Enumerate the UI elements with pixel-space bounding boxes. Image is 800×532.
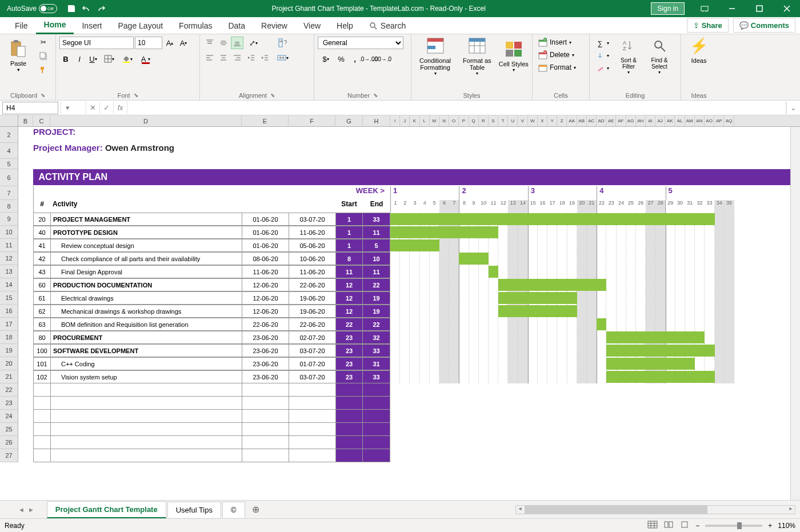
empty-cell[interactable] (50, 436, 242, 449)
percent-format-icon[interactable]: % (335, 53, 347, 65)
col-header[interactable]: AL (675, 115, 685, 126)
empty-cell[interactable] (242, 397, 289, 410)
task-date1[interactable]: 12-06-20 (242, 291, 289, 305)
task-date2[interactable]: 02-07-20 (289, 331, 335, 344)
task-date1[interactable]: 01-06-20 (242, 226, 289, 239)
col-header[interactable]: AI (646, 115, 655, 126)
tab-formulas[interactable]: Formulas (171, 18, 220, 34)
empty-cell[interactable] (242, 436, 289, 449)
empty-cell[interactable] (50, 397, 242, 410)
view-normal-icon[interactable] (647, 521, 658, 530)
cancel-formula-icon[interactable]: ✕ (86, 102, 99, 114)
select-all-corner[interactable] (0, 115, 18, 126)
task-end[interactable]: 33 (363, 370, 390, 383)
col-header[interactable]: R (479, 115, 489, 126)
col-header[interactable]: D (50, 115, 242, 126)
task-start[interactable]: 1 (335, 213, 363, 226)
task-date1[interactable]: 23-06-20 (242, 370, 289, 383)
col-header[interactable]: AC (587, 115, 597, 126)
task-activity[interactable]: PROCUREMENT (50, 331, 242, 344)
task-date2[interactable]: 03-07-20 (289, 213, 335, 226)
redo-icon[interactable] (96, 3, 106, 14)
task-end[interactable]: 11 (363, 265, 390, 278)
task-number[interactable]: 100 (33, 344, 50, 357)
task-number[interactable]: 62 (33, 305, 50, 318)
orientation-icon[interactable]: ⤢▾ (245, 37, 262, 49)
task-date1[interactable]: 01-06-20 (242, 213, 289, 226)
task-activity[interactable]: Check compliance of all parts and their … (50, 252, 242, 265)
borders-button[interactable]: ▾ (101, 53, 118, 65)
empty-cell[interactable] (50, 423, 242, 436)
row-header[interactable]: 22 (0, 383, 18, 397)
task-date1[interactable]: 12-06-20 (242, 305, 289, 318)
row-header[interactable]: 20 (0, 357, 18, 370)
empty-cell[interactable] (33, 436, 50, 449)
cut-button[interactable]: ✂ (37, 37, 50, 48)
autosave-toggle[interactable]: AutoSave Off (7, 4, 57, 13)
delete-cells-button[interactable]: ×Delete▾ (536, 49, 578, 61)
task-start[interactable]: 23 (335, 370, 363, 383)
task-date1[interactable]: 22-06-20 (242, 318, 289, 331)
task-date2[interactable]: 11-06-20 (289, 265, 335, 278)
vertical-scrollbar[interactable] (790, 127, 800, 500)
empty-cell[interactable] (363, 449, 390, 462)
task-end[interactable]: 33 (363, 344, 390, 357)
col-header[interactable]: AO (705, 115, 714, 126)
find-select-button[interactable]: Find & Select▾ (646, 37, 673, 75)
row-header[interactable]: 2 (0, 127, 18, 143)
empty-cell[interactable] (33, 423, 50, 436)
empty-cell[interactable] (289, 410, 335, 423)
task-activity[interactable]: Review conceptual design (50, 239, 242, 252)
col-header[interactable]: X (538, 115, 547, 126)
task-date2[interactable]: 10-06-20 (289, 252, 335, 265)
task-date1[interactable]: 01-06-20 (242, 239, 289, 252)
undo-icon[interactable] (81, 3, 91, 14)
task-number[interactable]: 40 (33, 226, 50, 239)
name-box-dropdown-icon[interactable]: ▾ (61, 102, 74, 114)
col-header[interactable]: AG (626, 115, 636, 126)
task-number[interactable]: 80 (33, 331, 50, 344)
col-header[interactable]: AH (636, 115, 646, 126)
task-activity[interactable]: PRODUCTION DOCUMENTATION (50, 278, 242, 291)
empty-cell[interactable] (363, 436, 390, 449)
task-date1[interactable]: 08-06-20 (242, 252, 289, 265)
row-header[interactable]: 18 (0, 331, 18, 344)
empty-cell[interactable] (335, 397, 363, 410)
font-size-select[interactable] (135, 37, 162, 49)
zoom-out-icon[interactable]: − (695, 522, 699, 530)
col-header[interactable]: AK (665, 115, 675, 126)
row-header[interactable]: 6 (0, 169, 18, 186)
name-box[interactable] (2, 102, 58, 114)
col-header[interactable]: AJ (655, 115, 665, 126)
sheet-nav-prev-icon[interactable]: ◄ (17, 505, 26, 514)
maximize-icon[interactable] (746, 0, 773, 17)
align-top-icon[interactable] (203, 37, 216, 49)
tab-page-layout[interactable]: Page Layout (110, 18, 171, 34)
col-header[interactable]: AN (695, 115, 705, 126)
align-left-icon[interactable] (203, 51, 216, 64)
empty-cell[interactable] (33, 410, 50, 423)
row-header[interactable]: 10 (0, 226, 18, 239)
task-date2[interactable]: 22-06-20 (289, 318, 335, 331)
task-end[interactable]: 19 (363, 291, 390, 305)
fill-color-button[interactable]: ▾ (119, 53, 136, 65)
task-number[interactable]: 61 (33, 291, 50, 305)
task-number[interactable]: 42 (33, 252, 50, 265)
row-header[interactable]: 17 (0, 318, 18, 331)
col-header[interactable]: AD (597, 115, 606, 126)
empty-cell[interactable] (363, 397, 390, 410)
empty-cell[interactable] (33, 449, 50, 462)
conditional-formatting-button[interactable]: Conditional Formatting▾ (415, 37, 455, 76)
task-date1[interactable]: 23-06-20 (242, 344, 289, 357)
decrease-font-icon[interactable]: A▾ (177, 37, 190, 49)
ribbon-options-icon[interactable] (691, 0, 718, 17)
underline-button[interactable]: U▾ (87, 53, 99, 65)
task-activity[interactable]: Mechanical drawings & workshop drawings (50, 305, 242, 318)
horizontal-scrollbar[interactable]: ◄ ► (515, 505, 795, 514)
task-start[interactable]: 23 (335, 357, 363, 370)
col-header[interactable]: J (400, 115, 410, 126)
row-header[interactable]: 15 (0, 291, 18, 305)
empty-cell[interactable] (289, 383, 335, 397)
task-activity[interactable]: PROTOTYPE DESIGN (50, 226, 242, 239)
empty-cell[interactable] (363, 383, 390, 397)
